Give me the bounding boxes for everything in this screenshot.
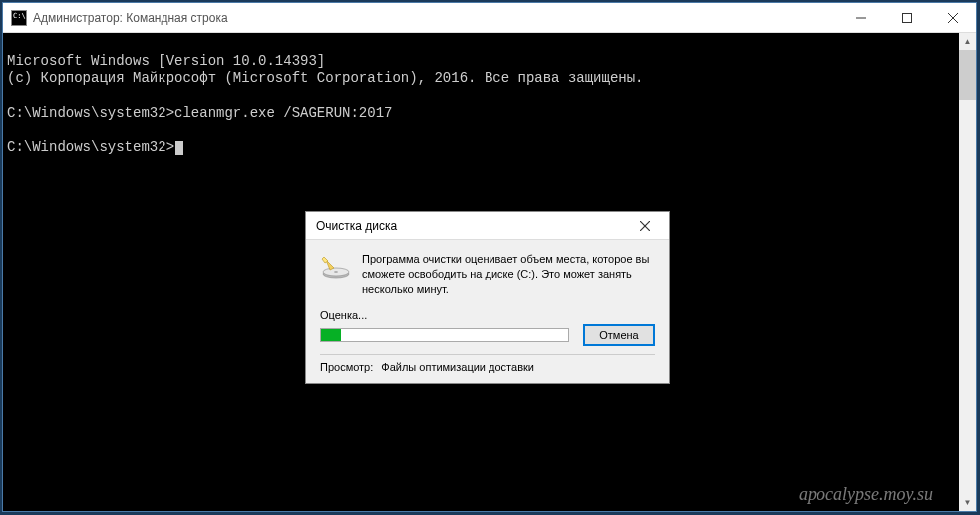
window-controls xyxy=(838,3,976,33)
window-title: Администратор: Командная строка xyxy=(33,11,838,25)
console-prompt: C:\Windows\system32> xyxy=(7,139,183,155)
titlebar[interactable]: Администратор: Командная строка xyxy=(3,3,976,33)
console-line: (c) Корпорация Майкрософт (Microsoft Cor… xyxy=(7,70,644,86)
dialog-body: Программа очистки оценивает объем места,… xyxy=(306,240,669,383)
scroll-up-button[interactable]: ▲ xyxy=(959,33,976,50)
progress-bar xyxy=(320,328,569,342)
disk-cleanup-dialog: Очистка диска Программа очистки оценивае… xyxy=(305,211,670,384)
svg-point-8 xyxy=(334,271,338,272)
cmd-icon xyxy=(11,10,27,26)
maximize-button[interactable] xyxy=(884,3,930,33)
dialog-info-row: Программа очистки оценивает объем места,… xyxy=(320,252,655,297)
evaluation-label: Оценка... xyxy=(320,309,655,321)
console-line: Microsoft Windows [Version 10.0.14393] xyxy=(7,53,325,69)
progress-row: Отмена xyxy=(320,324,655,346)
disk-cleanup-icon xyxy=(320,252,352,284)
scroll-down-button[interactable]: ▼ xyxy=(959,494,976,511)
dialog-title: Очистка диска xyxy=(316,219,625,233)
cancel-button[interactable]: Отмена xyxy=(583,324,655,346)
view-row: Просмотр: Файлы оптимизации доставки xyxy=(320,354,655,373)
dialog-close-button[interactable] xyxy=(625,214,665,238)
minimize-button[interactable] xyxy=(838,3,884,33)
view-label: Просмотр: xyxy=(320,361,373,373)
cursor xyxy=(175,141,183,155)
dialog-message: Программа очистки оценивает объем места,… xyxy=(362,252,655,297)
watermark: apocalypse.moy.su xyxy=(799,483,933,506)
console-prompt: C:\Windows\system32>cleanmgr.exe /SAGERU… xyxy=(7,105,392,121)
svg-rect-1 xyxy=(903,13,912,22)
scroll-track[interactable] xyxy=(959,50,976,494)
dialog-titlebar[interactable]: Очистка диска xyxy=(306,212,669,240)
view-value: Файлы оптимизации доставки xyxy=(381,361,534,373)
progress-fill xyxy=(321,329,341,341)
vertical-scrollbar[interactable]: ▲ ▼ xyxy=(959,33,976,511)
close-button[interactable] xyxy=(930,3,976,33)
scroll-thumb[interactable] xyxy=(959,50,976,100)
